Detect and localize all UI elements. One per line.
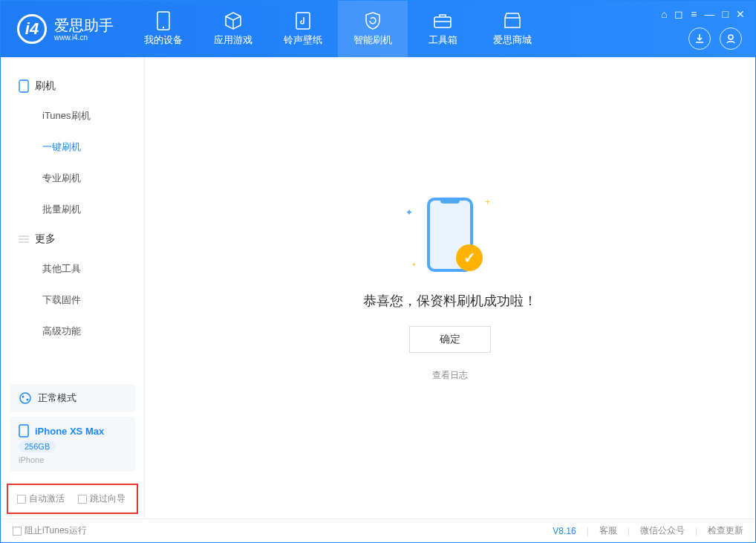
- tab-apps-games[interactable]: 应用游戏: [198, 1, 268, 57]
- app-subtitle: www.i4.cn: [54, 33, 114, 42]
- tab-ringtones[interactable]: 铃声壁纸: [268, 1, 338, 57]
- sidebar-item-download-firmware[interactable]: 下载固件: [1, 284, 144, 316]
- tab-toolbox[interactable]: 工具箱: [408, 1, 478, 57]
- checkbox-skip-guide[interactable]: 跳过向导: [78, 492, 126, 505]
- toolbox-icon: [433, 11, 452, 30]
- footer-link-wechat[interactable]: 微信公众号: [640, 524, 685, 537]
- app-logo: i4 爱思助手 www.i4.cn: [1, 14, 128, 44]
- footer-link-support[interactable]: 客服: [599, 524, 617, 537]
- checkmark-badge-icon: ✓: [456, 244, 483, 271]
- download-icon[interactable]: [688, 27, 711, 50]
- svg-rect-3: [434, 17, 451, 27]
- checkbox-auto-activate[interactable]: 自动激活: [17, 492, 65, 505]
- main-content: ✦ + ✦ ✓ 恭喜您，保资料刷机成功啦！ 确定 查看日志: [145, 57, 755, 518]
- flash-options-highlighted: 自动激活 跳过向导: [7, 484, 138, 514]
- device-name: iPhone XS Max: [35, 426, 104, 437]
- sparkle-icon: ✦: [411, 261, 417, 268]
- svg-point-1: [163, 27, 164, 28]
- checkbox-block-itunes[interactable]: 阻止iTunes运行: [13, 524, 87, 537]
- window-controls: ⌂ ◻ ≡ — □ ✕: [661, 8, 745, 20]
- footer-link-update[interactable]: 检查更新: [708, 524, 743, 537]
- user-icon[interactable]: [720, 27, 742, 50]
- sidebar: 刷机 iTunes刷机 一键刷机 专业刷机 批量刷机 更多 其他工具 下载固件 …: [1, 57, 145, 518]
- svg-rect-2: [296, 13, 310, 29]
- more-icon: [19, 234, 29, 244]
- phone-icon: [19, 79, 29, 93]
- status-bar: 阻止iTunes运行 V8.16 | 客服 | 微信公众号 | 检查更新: [1, 518, 755, 542]
- sparkle-icon: ✦: [405, 207, 413, 218]
- device-icon: [154, 11, 173, 30]
- ok-button[interactable]: 确定: [409, 326, 491, 353]
- app-header: i4 爱思助手 www.i4.cn 我的设备 应用游戏 铃声壁纸 智能刷机 工具…: [1, 1, 755, 57]
- app-title: 爱思助手: [54, 17, 114, 33]
- view-log-link[interactable]: 查看日志: [432, 369, 468, 382]
- device-mode-row[interactable]: 正常模式: [10, 384, 135, 412]
- sidebar-item-other-tools[interactable]: 其他工具: [1, 253, 144, 284]
- device-capacity: 256GB: [19, 440, 56, 452]
- close-button[interactable]: ✕: [736, 8, 745, 20]
- svg-point-5: [729, 35, 733, 39]
- tab-store[interactable]: 爱思商城: [478, 1, 547, 57]
- svg-point-10: [20, 393, 30, 403]
- sidebar-group-more: 更多: [1, 225, 144, 253]
- header-account: [688, 27, 742, 50]
- svg-rect-6: [19, 80, 28, 92]
- shop-icon: [503, 11, 522, 30]
- maximize-button[interactable]: □: [723, 8, 729, 20]
- svg-rect-13: [19, 425, 28, 437]
- logo-icon: i4: [17, 14, 47, 44]
- mode-icon: [19, 391, 32, 405]
- success-illustration: ✦ + ✦ ✓: [398, 194, 502, 276]
- menu-icon[interactable]: ≡: [691, 8, 697, 20]
- sidebar-group-flash: 刷机: [1, 72, 144, 100]
- minimize-button[interactable]: —: [705, 8, 715, 20]
- music-file-icon: [293, 11, 313, 30]
- top-tabs: 我的设备 应用游戏 铃声壁纸 智能刷机 工具箱 爱思商城: [128, 1, 547, 57]
- phone-icon: [19, 424, 29, 438]
- cube-icon: [224, 11, 243, 30]
- sidebar-item-batch-flash[interactable]: 批量刷机: [1, 194, 144, 225]
- svg-point-11: [22, 396, 25, 398]
- device-type: iPhone: [19, 455, 44, 464]
- device-info-row[interactable]: iPhone XS Max 256GB iPhone: [10, 417, 135, 472]
- success-message: 恭喜您，保资料刷机成功啦！: [363, 292, 537, 310]
- skin-icon[interactable]: ◻: [674, 8, 683, 20]
- tab-smart-flash[interactable]: 智能刷机: [338, 1, 408, 57]
- version-label: V8.16: [553, 526, 576, 536]
- svg-point-12: [27, 399, 29, 401]
- sidebar-item-itunes-flash[interactable]: iTunes刷机: [1, 100, 144, 131]
- sparkle-icon: +: [485, 197, 490, 207]
- device-panel: 正常模式 iPhone XS Max 256GB iPhone: [10, 384, 135, 476]
- sidebar-item-advanced[interactable]: 高级功能: [1, 316, 144, 347]
- sidebar-item-oneclick-flash[interactable]: 一键刷机: [1, 131, 144, 163]
- sidebar-item-pro-flash[interactable]: 专业刷机: [1, 163, 144, 194]
- tab-my-device[interactable]: 我的设备: [128, 1, 198, 57]
- feedback-icon[interactable]: ⌂: [661, 8, 667, 20]
- shield-refresh-icon: [363, 11, 382, 30]
